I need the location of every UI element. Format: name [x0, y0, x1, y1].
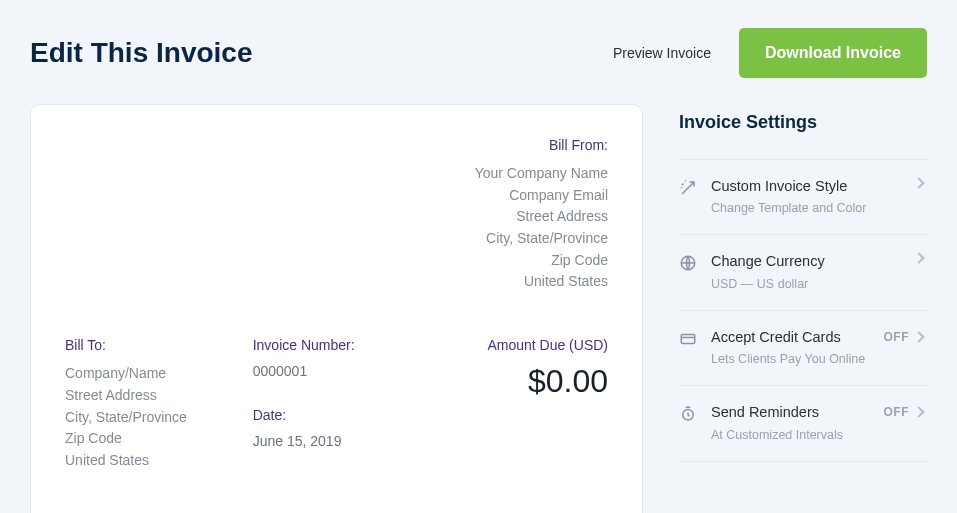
globe-icon: [679, 254, 697, 272]
clock-icon: [679, 405, 697, 423]
bill-from-zip[interactable]: Zip Code: [65, 250, 608, 272]
page-title: Edit This Invoice: [30, 37, 252, 69]
bill-to-section: Bill To: Company/Name Street Address Cit…: [65, 337, 233, 471]
invoice-number-value[interactable]: 0000001: [253, 363, 405, 379]
setting-sub: USD — US dollar: [711, 277, 901, 292]
setting-sub: Change Template and Color: [711, 201, 901, 216]
setting-custom-style[interactable]: Custom Invoice Style Change Template and…: [679, 159, 927, 234]
invoice-number-section: Invoice Number: 0000001 Date: June 15, 2…: [253, 337, 405, 471]
date-label: Date:: [253, 407, 405, 423]
invoice-settings-panel: Invoice Settings Custom Invoice Style Ch…: [679, 104, 927, 462]
preview-invoice-link[interactable]: Preview Invoice: [613, 45, 711, 61]
chevron-right-icon: [913, 253, 924, 264]
setting-change-currency[interactable]: Change Currency USD — US dollar: [679, 234, 927, 309]
invoice-card: Bill From: Your Company Name Company Ema…: [30, 104, 643, 513]
bill-from-city-state[interactable]: City, State/Province: [65, 228, 608, 250]
setting-label: Change Currency: [711, 253, 901, 270]
page-header: Edit This Invoice Preview Invoice Downlo…: [30, 28, 927, 78]
amount-due-section: Amount Due (USD) $0.00: [425, 337, 608, 471]
setting-label: Send Reminders: [711, 404, 870, 421]
setting-label: Custom Invoice Style: [711, 178, 901, 195]
off-badge: OFF: [884, 405, 910, 419]
bill-to-city-state[interactable]: City, State/Province: [65, 407, 233, 429]
chevron-right-icon: [913, 407, 924, 418]
amount-due-label: Amount Due (USD): [425, 337, 608, 353]
chevron-right-icon: [913, 331, 924, 342]
divider: [679, 461, 927, 462]
bill-from-label: Bill From:: [65, 137, 608, 153]
bill-to-zip[interactable]: Zip Code: [65, 428, 233, 450]
svg-rect-1: [681, 334, 695, 343]
credit-card-icon: [679, 330, 697, 348]
invoice-number-label: Invoice Number:: [253, 337, 405, 353]
bill-from-company-name[interactable]: Your Company Name: [65, 163, 608, 185]
bill-from-country[interactable]: United States: [65, 271, 608, 293]
bill-to-country[interactable]: United States: [65, 450, 233, 472]
invoice-settings-title: Invoice Settings: [679, 112, 927, 133]
download-invoice-button[interactable]: Download Invoice: [739, 28, 927, 78]
off-badge: OFF: [884, 330, 910, 344]
setting-accept-credit-cards[interactable]: Accept Credit Cards Lets Clients Pay You…: [679, 310, 927, 385]
bill-to-company-name[interactable]: Company/Name: [65, 363, 233, 385]
setting-label: Accept Credit Cards: [711, 329, 870, 346]
amount-due-value: $0.00: [425, 363, 608, 400]
bill-to-street[interactable]: Street Address: [65, 385, 233, 407]
bill-from-section: Bill From: Your Company Name Company Ema…: [65, 137, 608, 293]
wand-icon: [679, 179, 697, 197]
setting-sub: At Customized Intervals: [711, 428, 870, 443]
date-value[interactable]: June 15, 2019: [253, 433, 405, 449]
setting-sub: Lets Clients Pay You Online: [711, 352, 870, 367]
bill-from-email[interactable]: Company Email: [65, 185, 608, 207]
bill-to-label: Bill To:: [65, 337, 233, 353]
bill-from-street[interactable]: Street Address: [65, 206, 608, 228]
chevron-right-icon: [913, 177, 924, 188]
setting-send-reminders[interactable]: Send Reminders At Customized Intervals O…: [679, 385, 927, 460]
